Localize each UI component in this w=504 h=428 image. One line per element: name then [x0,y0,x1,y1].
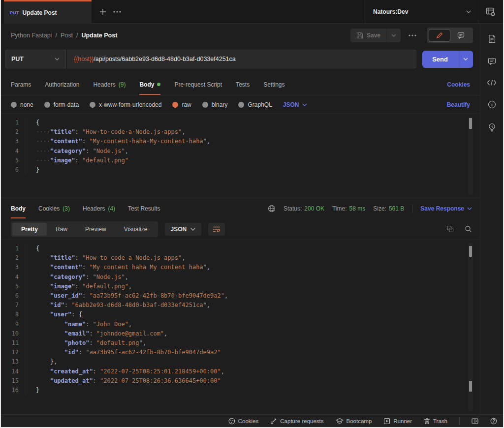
code-line[interactable]: 15 "updated_at": "2022-07-25T08:26:36.63… [1,376,480,386]
chevron-down-icon [190,228,195,231]
request-info-button[interactable] [488,100,496,109]
statusbar-runner-button[interactable]: Runner [383,418,412,425]
code-line[interactable]: 4····"category": "Node.js", [1,147,480,156]
code-line[interactable]: 5····"image": "default.png" [1,156,480,165]
code-line[interactable]: 10 "email": "johndoe@gmail.com", [1,329,480,338]
response-tab-test-results[interactable]: Test Results [128,198,160,218]
code-text: { [26,118,39,127]
code-snippet-button[interactable] [487,79,497,86]
status-value: 200 OK [304,205,324,212]
mode-binary[interactable]: binary [202,101,228,108]
radio-icon [202,102,208,108]
code-line[interactable]: 2 "title": "How to code a Node.js apps", [1,253,480,263]
search-response-button[interactable] [465,225,472,233]
two-pane-view-button[interactable] [472,418,478,424]
code-line[interactable]: 3····"content": "My·content·haha·My·cont… [1,137,480,146]
tab-settings[interactable]: Settings [263,74,284,95]
response-headers-count: (4) [108,205,115,212]
tab-authorization[interactable]: Authorization [45,74,79,95]
response-editor-scrollbar[interactable] [468,243,473,411]
view-raw[interactable]: Raw [47,223,76,236]
code-line[interactable]: 11 "photo": "default.png", [1,338,480,348]
copy-response-button[interactable] [446,225,454,233]
request-tab-update-post[interactable]: PUT Update Post [4,0,92,24]
tab-body[interactable]: Body [139,74,160,95]
method-selector[interactable]: PUT [5,50,66,68]
response-tab-body[interactable]: Body [11,198,26,218]
statusbar-cookies-button[interactable]: Cookies [228,418,259,425]
mode-x-www-form-urlencoded[interactable]: x-www-form-urlencoded [90,101,161,108]
documentation-button[interactable] [488,34,496,43]
new-tab-button[interactable] [99,8,106,15]
edit-mode-button[interactable] [429,29,450,42]
code-text: } [26,165,39,175]
code-line[interactable]: 2····"title": "How·to·code·a·Node.js·app… [1,127,480,137]
url-input[interactable]: {{host}}/api/posts/6abb2e93-d6d8-48d0-b3… [67,50,416,68]
code-line[interactable]: 6 "user_id": "aa73b95f-ac62-42fb-8b70-bf… [1,291,480,301]
beautify-link[interactable]: Beautify [447,101,470,108]
view-pretty[interactable]: Pretty [12,223,47,236]
request-body-editor[interactable]: 1{2····"title": "How·to·code·a·Node.js·a… [1,114,480,198]
mode-none[interactable]: none [11,101,33,108]
code-line[interactable]: 5 "image": "default.png", [1,282,480,291]
tab-headers[interactable]: Headers(9) [93,74,126,95]
environment-name: Natours:Dev [370,8,462,15]
scrollbar-thumb[interactable] [469,246,472,257]
tab-tests[interactable]: Tests [236,74,250,95]
comments-button[interactable] [488,58,496,65]
environment-quick-look-button[interactable] [478,0,503,24]
raw-language-selector[interactable]: JSON [283,101,307,108]
pull-request-tips-button[interactable] [488,123,496,132]
response-meta: Status:200 OK Time:58 ms Size:561 B Save… [268,204,472,213]
save-response-button[interactable]: Save Response [420,205,472,212]
cookies-link[interactable]: Cookies [447,81,470,88]
code-line[interactable]: 1{ [1,118,480,127]
save-button[interactable]: Save [350,29,386,42]
code-line[interactable]: 4 "category": "Node.js", [1,273,480,282]
tab-options-button[interactable] [113,11,121,13]
help-button[interactable] [490,418,497,425]
code-line[interactable]: 9 "name": "John Doe", [1,320,480,329]
statusbar-trash-button[interactable]: Trash [424,418,447,425]
mode-raw[interactable]: raw [172,101,191,108]
request-editor-scrollbar[interactable] [468,117,473,195]
view-preview[interactable]: Preview [76,223,115,236]
response-tab-cookies[interactable]: Cookies(3) [38,198,70,218]
mode-graphql[interactable]: GraphQL [238,101,272,108]
statusbar-bootcamp-button[interactable]: Bootcamp [336,418,372,424]
breadcrumb-request-name[interactable]: Update Post [81,32,117,39]
tab-pre-request-script[interactable]: Pre-request Script [174,74,222,95]
breadcrumb-collection[interactable]: Python Fastapi [11,32,52,39]
request-tabs: Params Authorization Headers(9) Body Pre… [1,74,480,95]
save-options-button[interactable] [386,29,401,42]
comment-mode-button[interactable] [450,29,472,42]
response-body-editor[interactable]: 1{2 "title": "How to code a Node.js apps… [1,240,480,414]
code-line[interactable]: 7 "id": "6abb2e93-d6d8-48d0-b3af-d033ef4… [1,301,480,310]
code-line[interactable]: 3 "content": "My content haha My content… [1,263,480,272]
environment-selector[interactable]: Natours:Dev [363,0,478,24]
mode-form-data[interactable]: form-data [44,101,79,108]
code-line[interactable]: 14 "created_at": "2022-07-25T08:25:01.21… [1,367,480,376]
tab-params[interactable]: Params [11,74,31,95]
code-line[interactable]: 12 "id": "aa73b95f-ac62-42fb-8b70-bfe904… [1,348,480,357]
code-line[interactable]: 8 "user": { [1,310,480,319]
send-button[interactable]: Send [422,51,458,68]
runner-icon [383,418,390,425]
response-cookies-count: (3) [63,205,70,212]
response-language-selector[interactable]: JSON [165,223,202,236]
send-split-button: Send [422,51,473,68]
line-number: 12 [1,348,26,357]
scrollbar-thumb[interactable] [469,118,472,129]
tab-title: Update Post [23,9,57,16]
send-options-button[interactable] [458,51,473,68]
code-line[interactable]: 13 }, [1,357,480,367]
statusbar-capture-requests-button[interactable]: Capture requests [270,418,323,425]
wrap-lines-button[interactable] [208,223,225,236]
code-line[interactable]: 16} [1,386,480,395]
code-line[interactable]: 6} [1,165,480,175]
request-more-options-button[interactable] [407,34,418,36]
code-line[interactable]: 1{ [1,244,480,253]
breadcrumb-folder[interactable]: Post [61,32,73,39]
view-visualize[interactable]: Visualize [115,223,157,236]
response-tab-headers[interactable]: Headers(4) [83,198,115,218]
